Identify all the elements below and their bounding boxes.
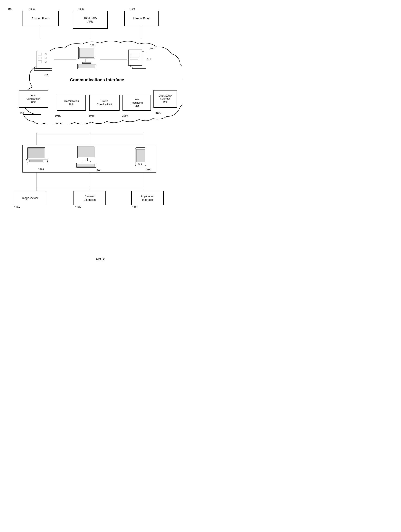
ref-110a: 110a	[38, 167, 44, 171]
ref-112c: 112c	[132, 206, 138, 209]
app-interface-label: ApplicationInterface	[141, 195, 154, 202]
existing-forms-label: Existing Forms	[32, 17, 50, 20]
box-image-viewer: Image Viewer	[14, 191, 46, 205]
info-populating-label: InfoPopulatingUnit	[131, 98, 143, 108]
box-profile-creation: ProfileCreation Unit	[89, 95, 120, 111]
ref-106e-label: 106e	[156, 112, 162, 114]
user-activity-label: User ActivityCollectionUnit	[159, 95, 172, 104]
figure-label: FIG. 2	[96, 258, 104, 261]
profile-creation-label: ProfileCreation Unit	[97, 100, 112, 106]
box-classification: ClassificationUnit	[57, 95, 86, 111]
box-field-comparison: FieldComparisonUnit	[19, 90, 48, 108]
desktop-icon-110b	[75, 145, 101, 171]
ref-102b: 102b	[78, 7, 84, 10]
browser-extension-label: BrowserExtension	[84, 195, 96, 202]
box-third-party: Third PartyAPIs	[73, 11, 108, 29]
svg-rect-51	[136, 149, 145, 162]
box-existing-forms: Existing Forms	[23, 11, 59, 26]
image-viewer-label: Image Viewer	[22, 196, 38, 200]
third-party-label: Third PartyAPIs	[84, 16, 97, 23]
svg-rect-43	[29, 160, 43, 162]
ref-102c: 102c	[129, 7, 135, 10]
svg-rect-42	[28, 148, 44, 158]
field-comparison-label: FieldComparisonUnit	[26, 94, 40, 104]
svg-rect-46	[85, 158, 88, 161]
ref-106d-label: 106d	[19, 112, 25, 114]
cloud-communications: Communications Interface 108	[12, 38, 182, 124]
ref-110c: 110c	[145, 168, 151, 171]
diagram-container: 100 102a Existing Forms 102b Third Party…	[0, 0, 200, 266]
ref-106a-label: 106a	[55, 114, 61, 117]
laptop-icon-110a	[26, 146, 49, 168]
manual-entry-label: Manual Entry	[133, 17, 149, 20]
box-manual-entry: Manual Entry	[124, 11, 159, 26]
svg-rect-49	[77, 164, 94, 167]
svg-rect-47	[82, 161, 90, 162]
ref-112a: 112a	[14, 206, 20, 209]
phone-icon-110c	[133, 146, 149, 170]
box-app-interface: ApplicationInterface	[131, 191, 164, 205]
ref-106b-label: 106b	[89, 114, 94, 117]
box-browser-extension: BrowserExtension	[73, 191, 106, 205]
ref-110b: 110b	[96, 169, 101, 172]
ref-100: 100	[8, 7, 12, 10]
ref-112b: 112b	[75, 206, 81, 209]
box-user-activity: User ActivityCollectionUnit	[154, 90, 177, 108]
ref-102a: 102a	[29, 7, 35, 10]
svg-rect-45	[78, 147, 94, 157]
classification-label: ClassificationUnit	[64, 100, 79, 106]
ref-106c-label: 106c	[122, 114, 128, 117]
box-info-populating: InfoPopulatingUnit	[123, 95, 151, 111]
